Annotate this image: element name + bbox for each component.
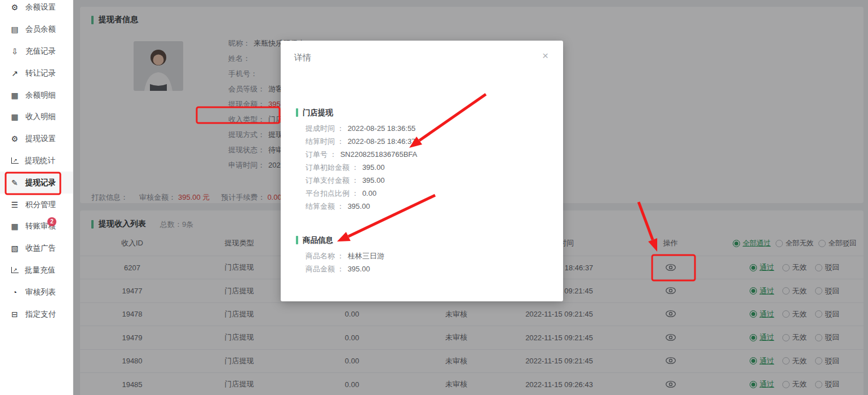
modal-section-title: 门店提现 <box>296 108 550 117</box>
sidebar-item-label: 收入明细 <box>25 112 56 122</box>
sidebar-item-revenue-ads[interactable]: ▧收益广告 <box>0 238 73 260</box>
sidebar-item-label: 余额设置 <box>25 2 56 12</box>
modal-detail-row: 订单初始金额 ：395.00 <box>305 161 550 174</box>
detail-modal: 详情 × 门店提现提成时间 ：2022-08-25 18:36:55结算时间 ：… <box>281 41 563 301</box>
sidebar-item-label: 充值记录 <box>25 46 56 56</box>
detail-label: 平台扣点比例 ： <box>305 188 359 199</box>
sidebar-item-income-detail[interactable]: ▦收入明细 <box>0 106 73 128</box>
book-icon: ▤ <box>10 25 19 34</box>
sidebar-item-label: 指定支付 <box>25 309 56 319</box>
modal-section-items: 商品名称 ：桂林三日游商品金额 ：395.00 <box>305 249 550 275</box>
detail-label: 提成时间 ： <box>305 124 344 134</box>
detail-value: SN2208251836765BFA <box>340 150 418 159</box>
sidebar-item-label: 转让记录 <box>25 68 56 78</box>
sidebar-item-points-management[interactable]: ☰积分管理 <box>0 194 73 216</box>
chart-line-icon: ↗ <box>11 267 19 273</box>
detail-label: 商品名称 ： <box>305 251 344 261</box>
green-bar <box>296 108 298 117</box>
modal-detail-row: 结算金额 ：395.00 <box>305 200 550 213</box>
document-icon: ▦ <box>10 91 19 100</box>
sidebar-item-label: 余额明细 <box>25 90 56 100</box>
detail-label: 商品金额 ： <box>305 264 344 274</box>
modal-detail-row: 订单号 ：SN2208251836765BFA <box>305 148 550 161</box>
detail-label: 订单号 ： <box>305 150 337 160</box>
modal-detail-row: 结算时间 ：2022-08-25 18:46:37 <box>305 135 550 148</box>
sidebar-item-balance-settings[interactable]: ⚙余额设置 <box>0 0 73 19</box>
close-icon[interactable]: × <box>539 49 552 63</box>
document-icon: ▦ <box>10 222 19 231</box>
modal-body: 门店提现提成时间 ：2022-08-25 18:36:55结算时间 ：2022-… <box>296 108 550 275</box>
sidebar-item-label: 提现记录 <box>25 178 56 188</box>
detail-value: 395.00 <box>348 202 370 210</box>
modal-detail-row: 商品名称 ：桂林三日游 <box>305 249 550 262</box>
modal-title: 详情 <box>294 52 311 63</box>
modal-section: 门店提现提成时间 ：2022-08-25 18:36:55结算时间 ：2022-… <box>296 108 550 213</box>
app: ⚙余额设置▤会员余额⇩充值记录↗转让记录▦余额明细▦收入明细⚙提现设置↗提现统计… <box>0 0 868 395</box>
image-icon: ▧ <box>10 244 19 253</box>
pencil-icon: ✎ <box>10 178 19 187</box>
sidebar-menu: ⚙余额设置▤会员余额⇩充值记录↗转让记录▦余额明细▦收入明细⚙提现设置↗提现统计… <box>0 0 73 325</box>
sidebar-item-transfer-records[interactable]: ↗转让记录 <box>0 62 73 84</box>
modal-section-items: 提成时间 ：2022-08-25 18:36:55结算时间 ：2022-08-2… <box>305 122 550 213</box>
coins-icon: ☰ <box>10 200 19 209</box>
detail-label: 订单初始金额 ： <box>305 163 359 173</box>
detail-value: 桂林三日游 <box>348 251 384 261</box>
sidebar-item-member-balance[interactable]: ▤会员余额 <box>0 19 73 41</box>
gear-icon: ⚙ <box>10 134 19 143</box>
sidebar-item-label: 批量充值 <box>25 265 55 275</box>
detail-label: 订单支付金额 ： <box>305 175 359 186</box>
sidebar-item-label: 积分管理 <box>25 200 56 210</box>
modal-detail-row: 平台扣点比例 ：0.00 <box>305 187 550 200</box>
sidebar: ⚙余额设置▤会员余额⇩充值记录↗转让记录▦余额明细▦收入明细⚙提现设置↗提现统计… <box>0 0 73 395</box>
sidebar-item-designated-pay[interactable]: ⊟指定支付 <box>0 303 73 325</box>
modal-section: 商品信息商品名称 ：桂林三日游商品金额 ：395.00 <box>296 235 550 275</box>
detail-label: 结算金额 ： <box>305 201 344 212</box>
content-area: 提现者信息 昵称：来瓶快乐肥仔水姓名：手机号：会员等级：游客提现金额：395.0… <box>73 0 868 395</box>
sidebar-item-withdraw-records[interactable]: ✎提现记录 <box>0 172 73 194</box>
sidebar-item-label: 提现统计 <box>25 156 55 166</box>
detail-value: 395.00 <box>362 163 385 172</box>
notification-badge: 2 <box>47 217 56 226</box>
modal-detail-row: 提成时间 ：2022-08-25 18:36:55 <box>305 122 550 135</box>
sidebar-item-label: 提现设置 <box>25 134 56 144</box>
document-icon: ▦ <box>10 112 19 121</box>
sidebar-item-label: 审核列表 <box>25 287 56 297</box>
detail-value: 0.00 <box>362 189 377 198</box>
detail-label: 结算时间 ： <box>305 137 344 147</box>
card-icon: ⊟ <box>10 310 19 319</box>
download-icon: ⇩ <box>10 47 19 56</box>
share-icon: ↗ <box>10 69 19 78</box>
modal-section-title-text: 门店提现 <box>303 108 333 118</box>
modal-section-title: 商品信息 <box>296 235 550 245</box>
gauge-icon: ◔ <box>10 288 19 297</box>
modal-detail-row: 商品金额 ：395.00 <box>305 262 550 275</box>
gear-icon: ⚙ <box>10 3 19 12</box>
detail-value: 395.00 <box>362 176 385 185</box>
sidebar-item-withdraw-settings[interactable]: ⚙提现设置 <box>0 128 73 150</box>
green-bar <box>296 236 298 244</box>
sidebar-item-review-list[interactable]: ◔审核列表 <box>0 281 73 303</box>
sidebar-item-label: 会员余额 <box>25 24 56 34</box>
sidebar-item-label: 收益广告 <box>25 243 56 253</box>
modal-detail-row: 订单支付金额 ：395.00 <box>305 174 550 187</box>
sidebar-item-batch-recharge[interactable]: ↗批量充值 <box>0 260 73 282</box>
sidebar-item-transfer-review[interactable]: ▦转账审核2 <box>0 216 73 238</box>
detail-value: 2022-08-25 18:36:55 <box>348 124 416 133</box>
sidebar-item-withdraw-stats[interactable]: ↗提现统计 <box>0 150 73 172</box>
detail-value: 2022-08-25 18:46:37 <box>348 137 416 146</box>
chart-line-icon: ↗ <box>11 157 19 164</box>
sidebar-item-recharge-records[interactable]: ⇩充值记录 <box>0 41 73 63</box>
modal-section-title-text: 商品信息 <box>303 235 333 245</box>
sidebar-item-balance-detail[interactable]: ▦余额明细 <box>0 84 73 106</box>
detail-value: 395.00 <box>348 265 370 273</box>
